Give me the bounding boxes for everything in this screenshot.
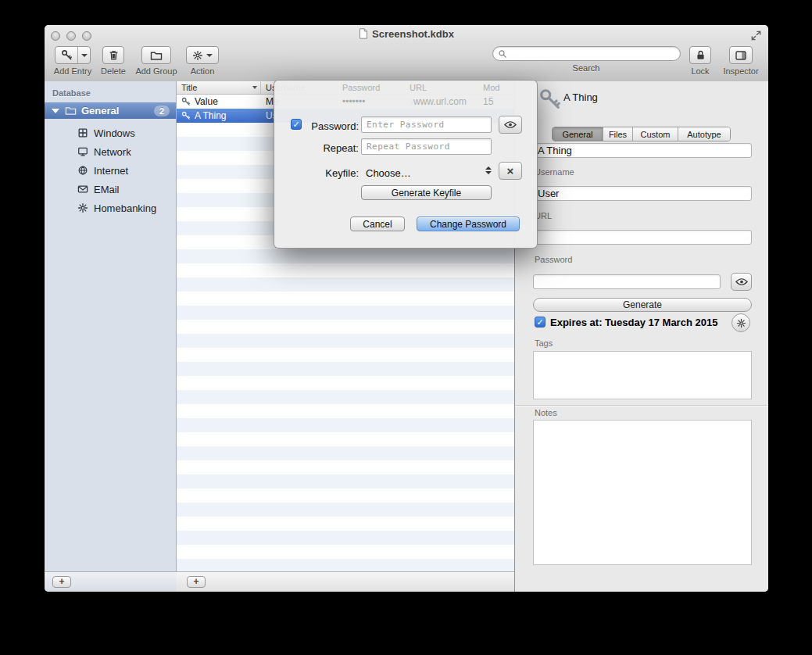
tab-files[interactable]: Files (603, 127, 633, 141)
ghost-mod-header: Mod (483, 83, 499, 92)
search-field[interactable] (492, 46, 681, 61)
add-entry-dropdown[interactable] (77, 47, 90, 63)
add-group-button[interactable] (141, 46, 171, 64)
password-label: Password: (304, 120, 359, 132)
url-field[interactable] (533, 230, 752, 245)
tags-label: Tags (535, 338, 553, 348)
notes-field[interactable] (533, 420, 752, 565)
expires-checkbox[interactable]: ✓ (535, 317, 546, 328)
fullscreen-icon[interactable] (750, 30, 762, 41)
inspector-entry-title: A Thing (563, 91, 598, 103)
window-panes-icon (77, 127, 88, 138)
inspector-tabs: General Files Custom Autotype (552, 127, 731, 141)
ghost-mod-value: 15 (483, 96, 493, 107)
key-icon (181, 111, 191, 120)
envelope-icon (77, 184, 88, 195)
repeat-label: Repeat: (304, 142, 359, 154)
sidebar-item-label: EMail (94, 184, 120, 195)
inspector-panel: A Thing General Files Custom Autotype Us… (514, 81, 768, 592)
cancel-button[interactable]: Cancel (350, 217, 405, 231)
inspector-button[interactable] (729, 46, 753, 64)
app-window: Screenshot.kdbx Add Entry Delete Add Gro… (45, 25, 768, 592)
clear-keyfile-button[interactable]: × (499, 162, 522, 180)
sidebar-item-internet[interactable]: Internet (45, 161, 176, 180)
delete-label: Delete (101, 66, 126, 76)
sidebar-item-label: Network (94, 146, 131, 158)
ghost-password-value: ••••••• (342, 96, 365, 107)
sidebar-item-label: Windows (94, 127, 135, 139)
notes-label: Notes (535, 408, 557, 417)
divider (515, 405, 768, 406)
group-count-badge: 2 (154, 106, 170, 116)
lock-icon (695, 49, 706, 61)
password-field[interactable] (533, 274, 721, 289)
search-input[interactable] (510, 48, 675, 60)
checkmark-icon: ✓ (536, 317, 543, 328)
password-label: Password (535, 255, 572, 264)
close-icon: × (507, 164, 514, 177)
chevron-down-icon (206, 54, 213, 57)
add-entry-label: Add Entry (54, 66, 91, 76)
gear-icon (736, 318, 746, 328)
eye-icon (504, 121, 517, 128)
username-field[interactable] (533, 186, 752, 201)
add-entry-toolbar-item: Add Entry (51, 46, 95, 76)
sidebar-item-homebanking[interactable]: Homebanking (45, 199, 176, 217)
inspector-panel-icon (735, 49, 747, 62)
add-entry-footer-button[interactable]: + (187, 576, 206, 588)
sidebar-item-windows[interactable]: Windows (45, 123, 176, 142)
username-label: Username (535, 167, 574, 177)
change-password-button[interactable]: Change Password (417, 217, 520, 231)
add-group-toolbar-item: Add Group (134, 46, 178, 76)
sidebar-item-label: Internet (94, 165, 128, 177)
entry-list-footer: + (177, 571, 514, 592)
delete-toolbar-item: Delete (95, 46, 132, 76)
sidebar-section-header: Database (52, 88, 91, 98)
key-icon (538, 86, 562, 113)
lock-toolbar-item: Lock (681, 46, 719, 76)
trash-icon (108, 49, 120, 61)
sidebar-item-network[interactable]: Network (45, 142, 176, 161)
folder-icon (150, 49, 163, 62)
expires-options-button[interactable] (732, 313, 750, 332)
action-button[interactable] (186, 46, 219, 64)
ghost-url-value: www.url.com (413, 96, 467, 107)
sidebar-group-general[interactable]: General 2 (45, 102, 176, 119)
delete-button[interactable] (102, 46, 124, 64)
lock-button[interactable] (689, 46, 711, 64)
password-input[interactable] (361, 116, 492, 133)
title-field[interactable] (533, 143, 752, 158)
generate-password-button[interactable]: Generate (533, 298, 752, 312)
column-header-title[interactable]: Title (177, 81, 261, 94)
tags-field[interactable] (533, 351, 752, 399)
keyfile-popup-button[interactable]: Choose… (366, 167, 411, 179)
sort-indicator-icon (252, 86, 257, 89)
password-checkbox[interactable]: ✓ (291, 119, 302, 130)
show-password-button[interactable] (499, 116, 522, 134)
gear-icon (192, 50, 203, 61)
popup-stepper-icon[interactable] (485, 166, 492, 174)
tab-general[interactable]: General (553, 127, 603, 141)
action-toolbar-item: Action (182, 46, 223, 76)
ghost-password-header: Password (342, 83, 380, 92)
ghost-url-header: URL (410, 83, 427, 92)
monitor-icon (77, 146, 88, 157)
change-password-popover: Password URL Mod ••••••• www.url.com 15 … (274, 80, 538, 249)
lock-label: Lock (691, 66, 709, 76)
add-group-footer-button[interactable]: + (52, 576, 71, 588)
disclosure-triangle-icon[interactable] (52, 109, 59, 113)
show-password-button[interactable] (731, 273, 752, 291)
gear-icon (77, 202, 88, 213)
add-entry-button[interactable] (55, 46, 91, 64)
sidebar-group-label: General (81, 105, 119, 116)
inspector-toolbar-item: Inspector (719, 46, 763, 76)
action-label: Action (191, 66, 215, 76)
repeat-input[interactable] (361, 138, 492, 155)
tab-custom[interactable]: Custom (633, 127, 678, 141)
generate-keyfile-button[interactable]: Generate Keyfile (361, 185, 492, 200)
add-group-label: Add Group (135, 66, 177, 76)
sidebar-item-email[interactable]: EMail (45, 180, 176, 199)
search-toolbar-item: Search (490, 46, 682, 73)
tab-autotype[interactable]: Autotype (678, 127, 730, 141)
window-title: Screenshot.kdbx (45, 28, 768, 40)
